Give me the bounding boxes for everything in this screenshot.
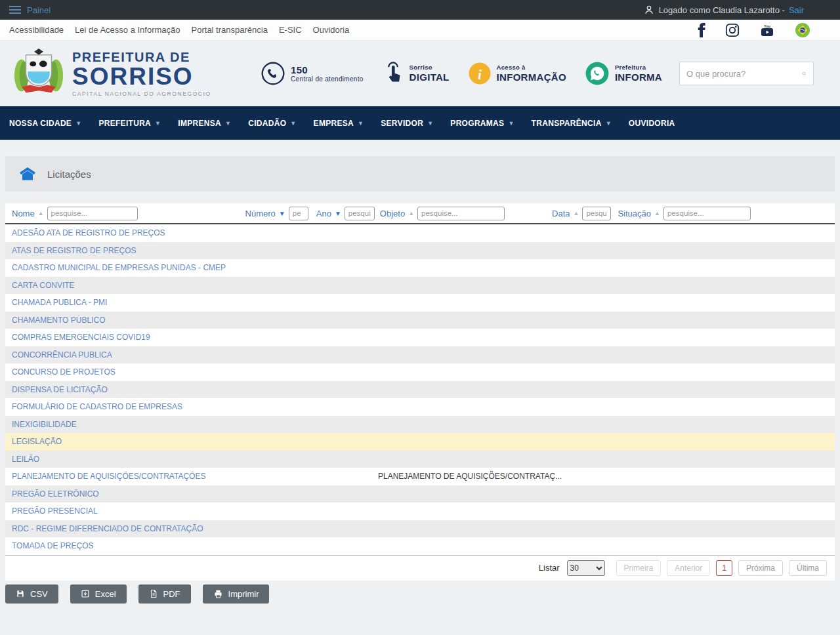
filter-input-data[interactable]	[582, 207, 611, 220]
csv-button[interactable]: CSV	[5, 584, 58, 604]
row-link[interactable]: TOMADA DE PREÇOS	[12, 541, 378, 550]
page-title: Licitações	[47, 169, 91, 180]
nav-transparencia[interactable]: TRANSPARÊNCIA▼	[532, 119, 612, 128]
column-header-situacao[interactable]: Situação	[618, 209, 651, 218]
row-link[interactable]: CARTA CONVITE	[12, 281, 378, 290]
table-row[interactable]: INEXIGIBILIDADE	[5, 416, 835, 434]
link-portal-transparencia[interactable]: Portal transparência	[192, 25, 268, 35]
row-link[interactable]: PREGÃO ELETRÔNICO	[12, 489, 378, 499]
hamburger-icon[interactable]	[9, 6, 21, 14]
link-lei-acesso[interactable]: Lei de Acesso a Informação	[75, 25, 180, 35]
row-link[interactable]: DISPENSA DE LICITAÇÃO	[12, 385, 378, 394]
csv-label: CSV	[30, 589, 48, 599]
instagram-icon[interactable]	[725, 23, 740, 37]
link-esic[interactable]: E-SIC	[279, 25, 302, 35]
row-link[interactable]: PREGÃO PRESENCIAL	[12, 506, 378, 516]
table-row[interactable]: CARTA CONVITE	[5, 277, 835, 295]
sort-desc-icon[interactable]: ▼	[335, 210, 341, 217]
printer-icon	[213, 589, 223, 599]
current-page-button[interactable]: 1	[716, 560, 732, 576]
table-row[interactable]: COMPRAS EMERGENCIAIS COVID19	[5, 329, 835, 346]
table-row[interactable]: CONCORRÊNCIA PUBLICA	[5, 346, 835, 364]
row-link[interactable]: ATAS DE REGISTRO DE PREÇOS	[12, 246, 378, 255]
table-row[interactable]: CHAMAMENTO PÚBLICO	[5, 312, 835, 329]
table-row[interactable]: LEILÃO	[5, 451, 835, 468]
nav-servidor[interactable]: SERVIDOR▼	[381, 119, 433, 128]
nav-empresa[interactable]: EMPRESA▼	[314, 119, 364, 128]
table-row[interactable]: PLANEJAMENTO DE AQUISIÇÕES/CONTRATAÇÕES …	[5, 468, 835, 485]
sort-asc-icon[interactable]: ▲	[574, 210, 579, 216]
logout-link[interactable]: Sair	[789, 5, 804, 15]
contact-subtitle: DIGITAL	[410, 72, 450, 83]
row-link[interactable]: CHAMADA PUBLICA - PMI	[12, 298, 378, 307]
filter-input-numero[interactable]	[289, 207, 308, 220]
link-acessibilidade[interactable]: Acessibilidade	[9, 25, 64, 35]
table-row[interactable]: CHAMADA PUBLICA - PMI	[5, 294, 835, 312]
nav-programas[interactable]: PROGRAMAS▼	[450, 119, 514, 128]
panel-label[interactable]: Painel	[27, 5, 51, 15]
brazil-flag-icon[interactable]	[795, 22, 810, 38]
table-row[interactable]: DISPENSA DE LICITAÇÃO	[5, 381, 835, 399]
row-link[interactable]: COMPRAS EMERGENCIAIS COVID19	[12, 333, 378, 342]
facebook-icon[interactable]	[697, 23, 705, 37]
contact-central-atendimento[interactable]: 150 Central de atendimento	[261, 61, 364, 86]
first-page-button[interactable]: Primeira	[616, 560, 662, 576]
next-page-button[interactable]: Próxima	[738, 560, 783, 576]
contact-prefeitura-informa[interactable]: Prefeitura INFORMA	[585, 61, 662, 86]
table-row[interactable]: RDC - REGIME DIFERENCIADO DE CONTRATAÇÃO	[5, 520, 835, 538]
nav-imprensa[interactable]: IMPRENSA▼	[178, 119, 231, 128]
row-link[interactable]: LEGISLAÇÃO	[12, 437, 378, 446]
row-link[interactable]: FORMULÁRIO DE CADASTRO DE EMPRESAS	[12, 402, 378, 411]
table-row[interactable]: ADESÃO ATA DE REGISTRO DE PREÇOS	[5, 224, 835, 242]
excel-button[interactable]: Excel	[70, 584, 127, 604]
row-link[interactable]: CONCORRÊNCIA PUBLICA	[12, 350, 378, 359]
row-link[interactable]: ADESÃO ATA DE REGISTRO DE PREÇOS	[12, 228, 378, 237]
sort-asc-icon[interactable]: ▲	[654, 210, 660, 216]
search-input[interactable]	[686, 69, 802, 79]
page-size-select[interactable]: 30	[567, 560, 605, 576]
filter-input-ano[interactable]	[345, 207, 375, 220]
pdf-button[interactable]: PDF	[138, 584, 191, 604]
nav-nossa-cidade[interactable]: NOSSA CIDADE▼	[9, 119, 81, 128]
link-ouvidoria[interactable]: Ouvidoria	[313, 25, 350, 35]
row-link[interactable]: PLANEJAMENTO DE AQUISIÇÕES/CONTRATAÇÕES	[12, 472, 378, 481]
contact-acesso-informacao[interactable]: i Acesso à INFORMAÇÃO	[468, 62, 566, 85]
youtube-icon[interactable]: You	[759, 24, 775, 37]
column-header-numero[interactable]: Número	[245, 209, 276, 218]
table-row[interactable]: PREGÃO ELETRÔNICO	[5, 485, 835, 503]
table-row[interactable]: PREGÃO PRESENCIAL	[5, 502, 835, 520]
nav-ouvidoria[interactable]: OUVIDORIA	[629, 119, 675, 128]
search-icon[interactable]	[802, 68, 807, 80]
table-row[interactable]: TOMADA DE PREÇOS	[5, 537, 835, 555]
table-row[interactable]: CADASTRO MUNICIPAL DE EMPRESAS PUNIDAS -…	[5, 259, 835, 277]
table-row-highlighted[interactable]: LEGISLAÇÃO	[5, 433, 835, 451]
filter-input-situacao[interactable]	[663, 207, 751, 220]
filter-input-objeto[interactable]	[417, 207, 505, 220]
filter-input-nome[interactable]	[47, 207, 138, 220]
last-page-button[interactable]: Última	[789, 560, 827, 576]
column-header-objeto[interactable]: Objeto	[380, 209, 405, 218]
row-link[interactable]: CADASTRO MUNICIPAL DE EMPRESAS PUNIDAS -…	[12, 263, 378, 272]
panel-menu[interactable]: Painel	[9, 5, 51, 15]
table-row[interactable]: CONCURSO DE PROJETOS	[5, 363, 835, 381]
table-row[interactable]: FORMULÁRIO DE CADASTRO DE EMPRESAS	[5, 398, 835, 416]
nav-cidadao[interactable]: CIDADÃO▼	[248, 119, 296, 128]
row-link[interactable]: CHAMAMENTO PÚBLICO	[12, 316, 378, 325]
row-link[interactable]: INEXIGIBILIDADE	[12, 420, 378, 429]
row-link[interactable]: LEILÃO	[12, 455, 378, 464]
contact-sorriso-digital[interactable]: Sorriso DIGITAL	[382, 62, 450, 85]
sort-asc-icon[interactable]: ▲	[38, 210, 44, 216]
previous-page-button[interactable]: Anterior	[667, 560, 710, 576]
home-icon[interactable]	[18, 166, 37, 182]
sort-desc-icon[interactable]: ▼	[279, 210, 285, 217]
row-link[interactable]: CONCURSO DE PROJETOS	[12, 367, 378, 377]
sort-asc-icon[interactable]: ▲	[408, 210, 414, 216]
row-link[interactable]: RDC - REGIME DIFERENCIADO DE CONTRATAÇÃO	[12, 524, 378, 533]
site-logo[interactable]: PREFEITURA DE SORRISO CAPITAL NACIONAL D…	[13, 46, 211, 101]
print-button[interactable]: Imprimir	[203, 584, 270, 604]
table-row[interactable]: ATAS DE REGISTRO DE PREÇOS	[5, 242, 835, 260]
nav-prefeitura[interactable]: PREFEITURA▼	[98, 119, 161, 128]
column-header-data[interactable]: Data	[552, 209, 570, 218]
column-header-nome[interactable]: Nome	[12, 209, 35, 218]
column-header-ano[interactable]: Ano	[316, 209, 331, 218]
